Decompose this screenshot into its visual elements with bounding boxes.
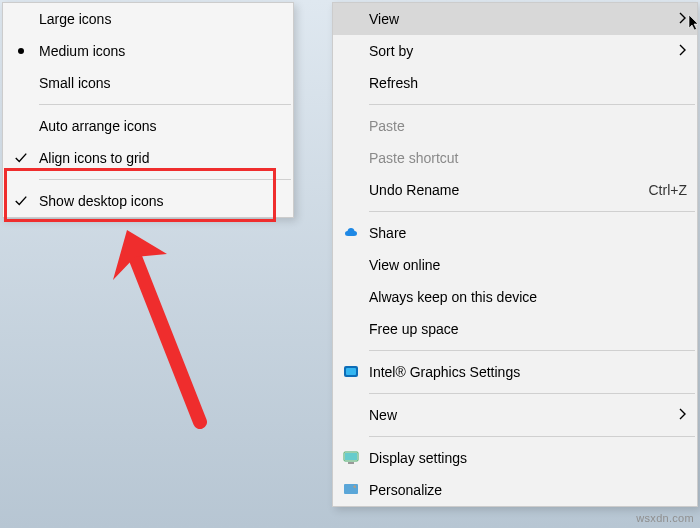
menu-item-label: Large icons xyxy=(39,11,283,27)
menu-separator xyxy=(369,436,695,437)
menu-item-display-settings[interactable]: Display settings xyxy=(333,442,697,474)
menu-item-label: Paste shortcut xyxy=(369,150,687,166)
menu-separator xyxy=(369,211,695,212)
menu-item-label: Intel® Graphics Settings xyxy=(369,364,687,380)
menu-item-refresh[interactable]: Refresh xyxy=(333,67,697,99)
radio-selected-icon xyxy=(3,48,39,54)
menu-item-view[interactable]: View xyxy=(333,3,697,35)
menu-item-undo-rename[interactable]: Undo Rename Ctrl+Z xyxy=(333,174,697,206)
check-icon xyxy=(3,194,39,208)
menu-item-label: Medium icons xyxy=(39,43,283,59)
desktop-context-menu: View Sort by Refresh Paste Paste shortcu… xyxy=(332,2,698,507)
view-submenu: Large icons Medium icons Small icons Aut… xyxy=(2,2,294,218)
menu-item-label: Free up space xyxy=(369,321,687,337)
chevron-right-icon xyxy=(673,11,687,27)
mouse-cursor-icon xyxy=(688,14,700,32)
menu-item-label: Personalize xyxy=(369,482,687,498)
annotation-arrow-icon xyxy=(105,222,225,432)
svg-rect-4 xyxy=(348,462,354,464)
personalize-icon xyxy=(333,482,369,498)
menu-item-label: Auto arrange icons xyxy=(39,118,283,134)
menu-item-free-up-space[interactable]: Free up space xyxy=(333,313,697,345)
menu-item-paste[interactable]: Paste xyxy=(333,110,697,142)
display-icon xyxy=(333,450,369,466)
menu-separator xyxy=(369,350,695,351)
chevron-right-icon xyxy=(673,43,687,59)
menu-item-shortcut: Ctrl+Z xyxy=(649,182,688,198)
menu-item-sort-by[interactable]: Sort by xyxy=(333,35,697,67)
menu-item-label: New xyxy=(369,407,673,423)
menu-item-show-desktop-icons[interactable]: Show desktop icons xyxy=(3,185,293,217)
menu-separator xyxy=(369,393,695,394)
menu-item-label: Display settings xyxy=(369,450,687,466)
watermark-text: wsxdn.com xyxy=(636,512,694,524)
menu-item-large-icons[interactable]: Large icons xyxy=(3,3,293,35)
menu-item-share[interactable]: Share xyxy=(333,217,697,249)
check-icon xyxy=(3,151,39,165)
menu-item-medium-icons[interactable]: Medium icons xyxy=(3,35,293,67)
menu-item-label: View online xyxy=(369,257,687,273)
intel-icon xyxy=(333,364,369,380)
menu-item-label: Show desktop icons xyxy=(39,193,283,209)
cloud-icon xyxy=(333,225,369,241)
menu-item-personalize[interactable]: Personalize xyxy=(333,474,697,506)
menu-item-always-keep[interactable]: Always keep on this device xyxy=(333,281,697,313)
menu-item-align-to-grid[interactable]: Align icons to grid xyxy=(3,142,293,174)
menu-item-label: Align icons to grid xyxy=(39,150,283,166)
menu-item-label: Small icons xyxy=(39,75,283,91)
menu-item-paste-shortcut[interactable]: Paste shortcut xyxy=(333,142,697,174)
menu-item-label: Refresh xyxy=(369,75,687,91)
menu-item-label: Paste xyxy=(369,118,687,134)
menu-item-auto-arrange[interactable]: Auto arrange icons xyxy=(3,110,293,142)
svg-rect-1 xyxy=(346,368,356,375)
svg-rect-5 xyxy=(344,484,358,494)
svg-rect-3 xyxy=(345,453,357,460)
chevron-right-icon xyxy=(673,407,687,423)
menu-item-view-online[interactable]: View online xyxy=(333,249,697,281)
menu-item-label: Undo Rename xyxy=(369,182,637,198)
menu-item-label: View xyxy=(369,11,673,27)
menu-item-small-icons[interactable]: Small icons xyxy=(3,67,293,99)
menu-item-label: Share xyxy=(369,225,687,241)
menu-separator xyxy=(39,179,291,180)
menu-separator xyxy=(369,104,695,105)
menu-item-new[interactable]: New xyxy=(333,399,697,431)
menu-item-label: Sort by xyxy=(369,43,673,59)
menu-separator xyxy=(39,104,291,105)
menu-item-label: Always keep on this device xyxy=(369,289,687,305)
menu-item-intel-graphics[interactable]: Intel® Graphics Settings xyxy=(333,356,697,388)
